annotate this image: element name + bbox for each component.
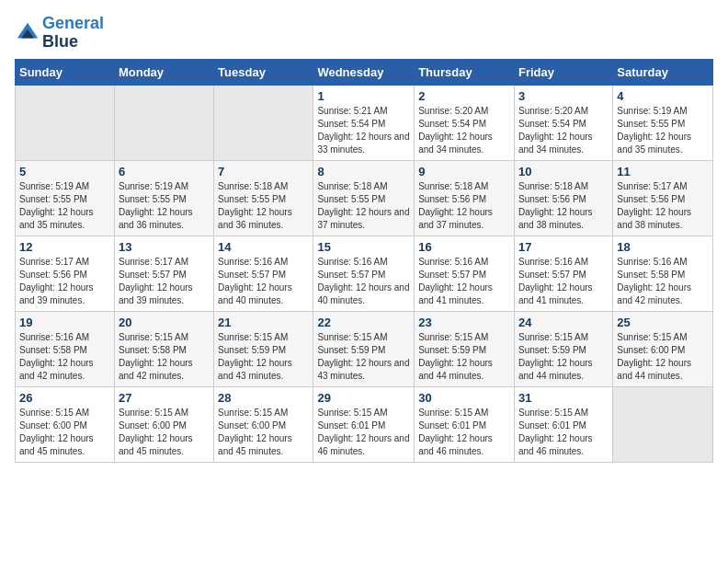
calendar-cell: 18 Sunrise: 5:16 AMSunset: 5:58 PMDaylig… — [613, 236, 713, 311]
day-info: Sunrise: 5:17 AMSunset: 5:56 PMDaylight:… — [617, 181, 691, 230]
weekday-header-friday: Friday — [514, 59, 612, 85]
logo: General Blue — [15, 15, 104, 52]
calendar-week-row: 19 Sunrise: 5:16 AMSunset: 5:58 PMDaylig… — [16, 311, 713, 386]
day-info: Sunrise: 5:19 AMSunset: 5:55 PMDaylight:… — [19, 181, 94, 230]
day-number: 22 — [317, 316, 410, 329]
day-info: Sunrise: 5:19 AMSunset: 5:55 PMDaylight:… — [119, 181, 193, 230]
day-number: 12 — [19, 240, 110, 254]
weekday-header-wednesday: Wednesday — [313, 59, 415, 85]
calendar-cell: 9 Sunrise: 5:18 AMSunset: 5:56 PMDayligh… — [415, 160, 515, 236]
calendar-cell — [16, 85, 115, 160]
weekday-header-monday: Monday — [114, 59, 213, 85]
day-number: 1 — [317, 89, 410, 103]
calendar-week-row: 12 Sunrise: 5:17 AMSunset: 5:56 PMDaylig… — [16, 236, 713, 311]
day-info: Sunrise: 5:15 AMSunset: 5:59 PMDaylight:… — [518, 332, 593, 381]
calendar-cell: 28 Sunrise: 5:15 AMSunset: 6:00 PMDaylig… — [214, 386, 313, 462]
calendar-cell: 27 Sunrise: 5:15 AMSunset: 6:00 PMDaylig… — [114, 386, 213, 462]
day-number: 27 — [119, 391, 210, 405]
calendar-cell: 8 Sunrise: 5:18 AMSunset: 5:55 PMDayligh… — [313, 160, 415, 236]
day-info: Sunrise: 5:19 AMSunset: 5:55 PMDaylight:… — [617, 106, 691, 155]
day-number: 24 — [518, 316, 609, 329]
calendar-cell: 31 Sunrise: 5:15 AMSunset: 6:01 PMDaylig… — [514, 386, 612, 462]
calendar-cell: 5 Sunrise: 5:19 AMSunset: 5:55 PMDayligh… — [16, 160, 115, 236]
day-info: Sunrise: 5:15 AMSunset: 6:00 PMDaylight:… — [617, 332, 691, 381]
day-number: 28 — [218, 391, 309, 405]
calendar-cell: 26 Sunrise: 5:15 AMSunset: 6:00 PMDaylig… — [16, 386, 115, 462]
day-info: Sunrise: 5:16 AMSunset: 5:58 PMDaylight:… — [19, 332, 94, 381]
calendar-cell: 23 Sunrise: 5:15 AMSunset: 5:59 PMDaylig… — [415, 311, 515, 386]
calendar-cell: 30 Sunrise: 5:15 AMSunset: 6:01 PMDaylig… — [415, 386, 515, 462]
day-info: Sunrise: 5:18 AMSunset: 5:55 PMDaylight:… — [218, 181, 292, 230]
day-info: Sunrise: 5:16 AMSunset: 5:58 PMDaylight:… — [617, 257, 691, 305]
day-info: Sunrise: 5:15 AMSunset: 5:59 PMDaylight:… — [418, 332, 493, 381]
weekday-header-thursday: Thursday — [415, 59, 515, 85]
day-info: Sunrise: 5:16 AMSunset: 5:57 PMDaylight:… — [518, 257, 593, 305]
calendar-week-row: 5 Sunrise: 5:19 AMSunset: 5:55 PMDayligh… — [16, 160, 713, 236]
day-info: Sunrise: 5:16 AMSunset: 5:57 PMDaylight:… — [418, 257, 493, 305]
day-number: 7 — [218, 165, 309, 178]
calendar-cell: 19 Sunrise: 5:16 AMSunset: 5:58 PMDaylig… — [16, 311, 115, 386]
calendar-cell — [114, 85, 213, 160]
day-number: 21 — [218, 316, 309, 329]
day-info: Sunrise: 5:15 AMSunset: 6:00 PMDaylight:… — [218, 408, 292, 456]
weekday-header-tuesday: Tuesday — [214, 59, 313, 85]
day-number: 15 — [317, 240, 410, 254]
day-number: 4 — [617, 89, 709, 103]
calendar-cell: 13 Sunrise: 5:17 AMSunset: 5:57 PMDaylig… — [114, 236, 213, 311]
day-info: Sunrise: 5:20 AMSunset: 5:54 PMDaylight:… — [418, 106, 493, 155]
calendar-cell — [613, 386, 713, 462]
calendar-cell: 7 Sunrise: 5:18 AMSunset: 5:55 PMDayligh… — [214, 160, 313, 236]
calendar-cell: 29 Sunrise: 5:15 AMSunset: 6:01 PMDaylig… — [313, 386, 415, 462]
day-number: 17 — [518, 240, 609, 254]
day-info: Sunrise: 5:15 AMSunset: 6:01 PMDaylight:… — [317, 408, 409, 456]
day-number: 11 — [617, 165, 709, 178]
calendar-cell — [214, 85, 313, 160]
day-info: Sunrise: 5:15 AMSunset: 5:58 PMDaylight:… — [119, 332, 193, 381]
calendar-cell: 21 Sunrise: 5:15 AMSunset: 5:59 PMDaylig… — [214, 311, 313, 386]
day-number: 25 — [617, 316, 709, 329]
day-info: Sunrise: 5:17 AMSunset: 5:57 PMDaylight:… — [119, 257, 193, 305]
day-number: 3 — [518, 89, 609, 103]
calendar-cell: 10 Sunrise: 5:18 AMSunset: 5:56 PMDaylig… — [514, 160, 612, 236]
calendar-cell: 3 Sunrise: 5:20 AMSunset: 5:54 PMDayligh… — [514, 85, 612, 160]
day-info: Sunrise: 5:15 AMSunset: 6:00 PMDaylight:… — [119, 408, 193, 456]
calendar-week-row: 1 Sunrise: 5:21 AMSunset: 5:54 PMDayligh… — [16, 85, 713, 160]
day-number: 31 — [518, 391, 609, 405]
day-number: 16 — [418, 240, 510, 254]
day-number: 13 — [119, 240, 210, 254]
page-header: General Blue — [15, 15, 713, 52]
day-info: Sunrise: 5:21 AMSunset: 5:54 PMDaylight:… — [317, 106, 409, 155]
logo-text: General Blue — [42, 15, 104, 52]
day-number: 8 — [317, 165, 410, 178]
day-number: 14 — [218, 240, 309, 254]
calendar-cell: 14 Sunrise: 5:16 AMSunset: 5:57 PMDaylig… — [214, 236, 313, 311]
day-info: Sunrise: 5:15 AMSunset: 6:00 PMDaylight:… — [19, 408, 94, 456]
day-number: 30 — [418, 391, 510, 405]
day-info: Sunrise: 5:20 AMSunset: 5:54 PMDaylight:… — [518, 106, 593, 155]
day-info: Sunrise: 5:18 AMSunset: 5:55 PMDaylight:… — [317, 181, 409, 230]
calendar-table: SundayMondayTuesdayWednesdayThursdayFrid… — [15, 59, 713, 463]
weekday-header-row: SundayMondayTuesdayWednesdayThursdayFrid… — [16, 59, 713, 85]
day-number: 9 — [418, 165, 510, 178]
calendar-cell: 11 Sunrise: 5:17 AMSunset: 5:56 PMDaylig… — [613, 160, 713, 236]
day-info: Sunrise: 5:15 AMSunset: 5:59 PMDaylight:… — [218, 332, 292, 381]
day-info: Sunrise: 5:15 AMSunset: 6:01 PMDaylight:… — [518, 408, 593, 456]
calendar-cell: 22 Sunrise: 5:15 AMSunset: 5:59 PMDaylig… — [313, 311, 415, 386]
calendar-cell: 20 Sunrise: 5:15 AMSunset: 5:58 PMDaylig… — [114, 311, 213, 386]
calendar-cell: 25 Sunrise: 5:15 AMSunset: 6:00 PMDaylig… — [613, 311, 713, 386]
calendar-week-row: 26 Sunrise: 5:15 AMSunset: 6:00 PMDaylig… — [16, 386, 713, 462]
calendar-cell: 16 Sunrise: 5:16 AMSunset: 5:57 PMDaylig… — [415, 236, 515, 311]
day-number: 29 — [317, 391, 410, 405]
day-info: Sunrise: 5:18 AMSunset: 5:56 PMDaylight:… — [518, 181, 593, 230]
day-info: Sunrise: 5:17 AMSunset: 5:56 PMDaylight:… — [19, 257, 94, 305]
day-info: Sunrise: 5:16 AMSunset: 5:57 PMDaylight:… — [317, 257, 409, 305]
day-number: 18 — [617, 240, 709, 254]
day-info: Sunrise: 5:16 AMSunset: 5:57 PMDaylight:… — [218, 257, 292, 305]
weekday-header-sunday: Sunday — [16, 59, 115, 85]
calendar-cell: 15 Sunrise: 5:16 AMSunset: 5:57 PMDaylig… — [313, 236, 415, 311]
day-info: Sunrise: 5:15 AMSunset: 6:01 PMDaylight:… — [418, 408, 493, 456]
calendar-cell: 17 Sunrise: 5:16 AMSunset: 5:57 PMDaylig… — [514, 236, 612, 311]
calendar-cell: 2 Sunrise: 5:20 AMSunset: 5:54 PMDayligh… — [415, 85, 515, 160]
day-info: Sunrise: 5:15 AMSunset: 5:59 PMDaylight:… — [317, 332, 409, 381]
weekday-header-saturday: Saturday — [613, 59, 713, 85]
